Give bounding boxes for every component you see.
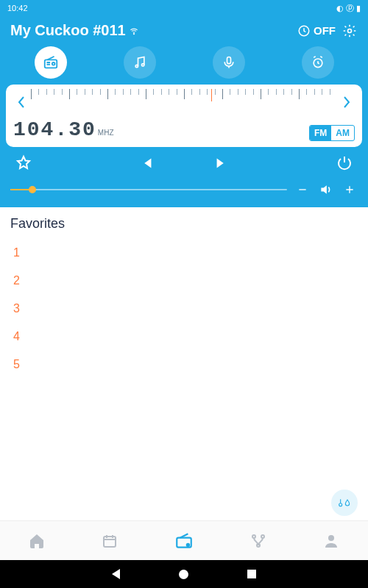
alarm-icon — [311, 55, 325, 70]
wifi-icon — [129, 26, 139, 36]
svg-point-9 — [339, 503, 342, 506]
gear-icon — [342, 24, 357, 38]
fork-icon — [250, 532, 267, 550]
nav-home[interactable] — [28, 532, 46, 550]
tune-left-button[interactable] — [13, 96, 29, 109]
power-button[interactable] — [336, 154, 353, 172]
favorites-heading: Favorites — [10, 216, 358, 232]
status-icons: ◐ ⓟ ▮ — [336, 3, 361, 14]
favorite-slot[interactable]: 4 — [10, 323, 358, 351]
home-icon — [28, 532, 46, 550]
home-button[interactable] — [179, 570, 188, 579]
android-status-bar: 10:42 ◐ ⓟ ▮ — [0, 0, 368, 16]
favorite-button[interactable] — [15, 154, 32, 172]
nav-profile[interactable] — [322, 532, 340, 550]
favorite-slot[interactable]: 3 — [10, 295, 358, 323]
speaker-icon — [319, 182, 333, 197]
chevron-right-icon — [342, 96, 351, 109]
volume-slider[interactable] — [10, 189, 287, 190]
chevron-left-icon — [17, 96, 26, 109]
mode-radio[interactable] — [35, 46, 67, 79]
android-nav-bar — [0, 560, 368, 588]
svg-point-6 — [141, 64, 144, 66]
mode-music[interactable] — [124, 46, 156, 79]
svg-point-13 — [252, 535, 255, 538]
nav-calendar[interactable] — [101, 532, 118, 550]
band-am[interactable]: AM — [331, 126, 354, 140]
status-time: 10:42 — [7, 4, 28, 12]
volume-icon — [318, 182, 334, 197]
thermometer-droplet-icon — [337, 498, 352, 508]
weather-button[interactable] — [331, 490, 358, 516]
band-fm[interactable]: FM — [310, 126, 331, 140]
frequency-display: 104.30MHZ — [13, 118, 114, 141]
tuner-card: 1.0 100.0 110.0 104.30MHZ FM AM — [6, 85, 362, 147]
playback-controls — [0, 147, 368, 176]
frequency-unit: MHZ — [98, 129, 114, 137]
music-icon — [132, 55, 147, 70]
title-area: My Cuckoo #011 — [10, 22, 139, 39]
svg-point-12 — [187, 543, 189, 545]
device-title: My Cuckoo #011 — [10, 22, 126, 39]
frequency-dial[interactable]: 1.0 100.0 110.0 — [31, 89, 337, 115]
favorite-slot[interactable]: 1 — [10, 239, 358, 267]
svg-rect-10 — [104, 537, 116, 547]
svg-point-0 — [133, 33, 134, 34]
prev-button[interactable] — [138, 155, 155, 171]
nav-share[interactable] — [250, 532, 267, 550]
skip-prev-icon — [138, 155, 155, 171]
off-label: OFF — [314, 24, 336, 37]
volume-row — [0, 176, 368, 207]
power-toggle[interactable]: OFF — [297, 24, 336, 37]
person-icon — [322, 532, 340, 550]
frequency-value: 104.30 — [13, 118, 96, 141]
svg-point-2 — [348, 29, 352, 32]
svg-point-14 — [261, 535, 264, 538]
svg-point-16 — [328, 535, 334, 541]
nav-radio[interactable] — [174, 531, 194, 551]
mode-alarm[interactable] — [302, 46, 334, 79]
favorites-section: Favorites 1 2 3 4 5 — [0, 207, 368, 520]
skip-next-icon — [213, 155, 230, 171]
volume-up-button[interactable] — [342, 184, 358, 196]
favorite-slot[interactable]: 2 — [10, 267, 358, 295]
volume-down-button[interactable] — [294, 184, 311, 196]
tuner-panel: 1.0 100.0 110.0 104.30MHZ FM AM — [0, 85, 368, 147]
header-actions: OFF — [297, 23, 358, 39]
mode-mic[interactable] — [213, 46, 245, 79]
back-button[interactable] — [112, 569, 120, 579]
app-header: My Cuckoo #011 OFF — [0, 16, 368, 42]
svg-point-5 — [135, 65, 138, 67]
mode-tabs — [0, 42, 368, 85]
clock-icon — [297, 24, 311, 37]
plus-icon — [344, 184, 355, 196]
next-button[interactable] — [213, 155, 230, 171]
radio-icon — [43, 54, 59, 71]
mic-icon — [222, 55, 236, 70]
favorite-slot[interactable]: 5 — [10, 351, 358, 379]
calendar-icon — [101, 532, 118, 550]
band-toggle[interactable]: FM AM — [309, 125, 355, 141]
radio-nav-icon — [174, 531, 194, 551]
power-icon — [336, 154, 353, 172]
svg-point-4 — [52, 62, 54, 65]
minus-icon — [297, 184, 308, 196]
svg-rect-7 — [227, 57, 230, 64]
bottom-nav — [0, 520, 368, 560]
recent-button[interactable] — [247, 570, 256, 578]
settings-button[interactable] — [342, 23, 358, 39]
tune-right-button[interactable] — [339, 96, 355, 109]
star-icon — [15, 154, 32, 172]
